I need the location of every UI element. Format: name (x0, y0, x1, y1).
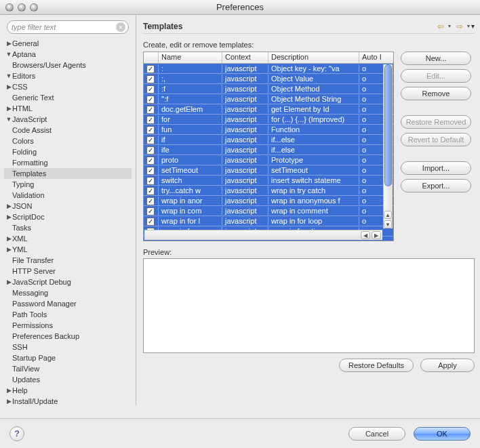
table-row[interactable]: ✓switchjavascriptinsert switch statemeo (144, 176, 393, 186)
col-name[interactable]: Name (159, 52, 222, 63)
tree-item-updates[interactable]: Updates (4, 374, 132, 385)
tree-item-tasks[interactable]: Tasks (4, 222, 132, 233)
row-checkbox[interactable]: ✓ (144, 75, 159, 83)
row-checkbox[interactable]: ✓ (144, 95, 159, 104)
row-checkbox[interactable]: ✓ (144, 166, 159, 175)
scroll-right-icon[interactable]: ▶ (372, 231, 381, 239)
tree-item-file-transfer[interactable]: File Transfer (4, 255, 132, 266)
tree-item-general[interactable]: ▶General (4, 38, 132, 49)
row-checkbox[interactable]: ✓ (144, 176, 159, 185)
tree-item-ssh[interactable]: SSH (4, 342, 132, 352)
row-checkbox[interactable]: ✓ (144, 146, 159, 155)
clear-filter-icon[interactable]: × (116, 22, 125, 32)
back-menu-icon[interactable]: ▾ (448, 23, 451, 29)
table-body[interactable]: ✓:javascriptObject key - key: "vao✓:,jav… (144, 64, 393, 241)
scrollbar-thumb[interactable] (384, 64, 392, 186)
scroll-down-icon[interactable]: ▼ (384, 220, 392, 228)
tree-item-browsers[interactable]: Browsers/User Agents (4, 60, 132, 70)
row-checkbox[interactable]: ✓ (144, 217, 159, 226)
row-checkbox[interactable]: ✓ (144, 105, 159, 114)
table-row[interactable]: ✓forjavascriptfor (...) {...} (Improved)… (144, 115, 393, 125)
tree-item-messaging[interactable]: Messaging (4, 287, 132, 298)
zoom-icon[interactable] (30, 3, 38, 12)
tree-item-aptana[interactable]: ▼Aptana (4, 49, 132, 60)
import-button[interactable]: Import... (401, 161, 471, 175)
scroll-left-icon[interactable]: ◀ (361, 231, 370, 239)
apply-button[interactable]: Apply (420, 359, 475, 372)
tree-item-editors[interactable]: ▼Editors (4, 70, 132, 81)
history-forward-button[interactable]: ⇨ (454, 22, 466, 31)
tree-item-typing[interactable]: Typing (4, 179, 132, 190)
remove-button[interactable]: Remove (401, 87, 471, 100)
tree-item-css[interactable]: ▶CSS (4, 81, 132, 92)
history-back-button[interactable]: ⇦ (435, 22, 447, 31)
tree-item-http-server[interactable]: HTTP Server (4, 266, 132, 277)
table-row[interactable]: ✓wrap in for ljavascriptwrap in for loop… (144, 216, 393, 226)
page-menu-icon[interactable]: ▾ (471, 22, 475, 30)
tree-item-pw-manager[interactable]: Password Manager (4, 298, 132, 309)
tree-item-help[interactable]: ▶Help (4, 385, 132, 396)
tree-item-generic-text[interactable]: Generic Text (4, 92, 132, 103)
tree-item-json[interactable]: ▶JSON (4, 201, 132, 211)
col-check[interactable] (144, 52, 159, 63)
tree-item-yml[interactable]: ▶YML (4, 244, 132, 255)
tree-item-xml[interactable]: ▶XML (4, 233, 132, 244)
tree-item-html[interactable]: ▶HTML (4, 103, 132, 114)
row-checkbox[interactable]: ✓ (144, 207, 159, 216)
tree-item-code-assist[interactable]: Code Assist (4, 125, 132, 136)
tree-item-path-tools[interactable]: Path Tools (4, 309, 132, 320)
tree-item-permissions[interactable]: Permissions (4, 320, 132, 331)
col-auto[interactable]: Auto I (359, 52, 384, 63)
tree-item-tailview[interactable]: TailView (4, 363, 132, 374)
tree-item-install[interactable]: ▶Install/Update (4, 396, 132, 405)
preferences-tree[interactable]: ▶General ▼Aptana Browsers/User Agents ▼E… (4, 38, 132, 405)
row-checkbox[interactable]: ✓ (144, 136, 159, 144)
tree-item-startup-page[interactable]: Startup Page (4, 352, 132, 363)
tree-item-javascript[interactable]: ▼JavaScript (4, 114, 132, 125)
tree-item-js-debug[interactable]: ▶JavaScript Debug (4, 277, 132, 287)
row-checkbox[interactable]: ✓ (144, 197, 159, 205)
row-checkbox[interactable]: ✓ (144, 85, 159, 94)
vertical-scrollbar[interactable]: ▲ ▼ (383, 64, 393, 228)
export-button[interactable]: Export... (401, 179, 471, 192)
minimize-icon[interactable] (18, 3, 26, 12)
table-row[interactable]: ✓protojavascriptPrototypeo (144, 155, 393, 165)
table-row[interactable]: ✓try...catch wjavascriptwrap in try catc… (144, 186, 393, 196)
cancel-button[interactable]: Cancel (348, 427, 405, 441)
horizontal-scrollbar[interactable]: ◀ ▶ (144, 230, 382, 240)
table-row[interactable]: ✓wrap in comjavascriptwrap in commento (144, 206, 393, 216)
restore-defaults-button[interactable]: Restore Defaults (339, 359, 414, 372)
tree-item-colors[interactable]: Colors (4, 136, 132, 146)
filter-input[interactable]: type filter text × (7, 20, 129, 34)
forward-menu-icon[interactable]: ▾ (467, 23, 470, 29)
new-button[interactable]: New... (401, 52, 471, 65)
table-row[interactable]: ✓:javascriptObject key - key: "vao (144, 64, 393, 74)
tree-item-prefs-backup[interactable]: Preferences Backup (4, 331, 132, 342)
table-row[interactable]: ✓:fjavascriptObject Methodo (144, 84, 393, 94)
table-row[interactable]: ✓'':fjavascriptObject Method Stringo (144, 94, 393, 104)
table-row[interactable]: ✓ifejavascriptif...elseo (144, 145, 393, 155)
col-description[interactable]: Description (268, 52, 359, 63)
close-icon[interactable] (5, 3, 14, 12)
table-row[interactable]: ✓setTimeoutjavascriptsetTimeouto (144, 165, 393, 176)
table-row[interactable]: ✓:,javascriptObject Valueo (144, 74, 393, 84)
row-checkbox[interactable]: ✓ (144, 64, 159, 73)
row-checkbox[interactable]: ✓ (144, 186, 159, 195)
tree-item-folding[interactable]: Folding (4, 146, 132, 157)
row-checkbox[interactable]: ✓ (144, 156, 159, 165)
scroll-up-icon[interactable]: ▲ (384, 211, 392, 219)
tree-item-scriptdoc[interactable]: ▶ScriptDoc (4, 211, 132, 222)
row-checkbox[interactable]: ✓ (144, 125, 159, 134)
tree-item-validation[interactable]: Validation (4, 190, 132, 201)
tree-item-formatting[interactable]: Formatting (4, 157, 132, 168)
ok-button[interactable]: OK (414, 427, 471, 441)
table-row[interactable]: ✓wrap in anorjavascriptwrap in anonymous… (144, 196, 393, 206)
table-row[interactable]: ✓ifjavascriptif...elseo (144, 135, 393, 145)
help-button[interactable]: ? (9, 426, 24, 441)
templates-table[interactable]: Name Context Description Auto I ✓:javasc… (143, 52, 394, 241)
table-row[interactable]: ✓doc.getElemjavascriptget Element by Ido (144, 104, 393, 115)
table-row[interactable]: ✓funjavascriptFunctiono (144, 125, 393, 135)
col-context[interactable]: Context (222, 52, 268, 63)
tree-item-templates[interactable]: Templates (4, 168, 132, 179)
row-checkbox[interactable]: ✓ (144, 115, 159, 124)
